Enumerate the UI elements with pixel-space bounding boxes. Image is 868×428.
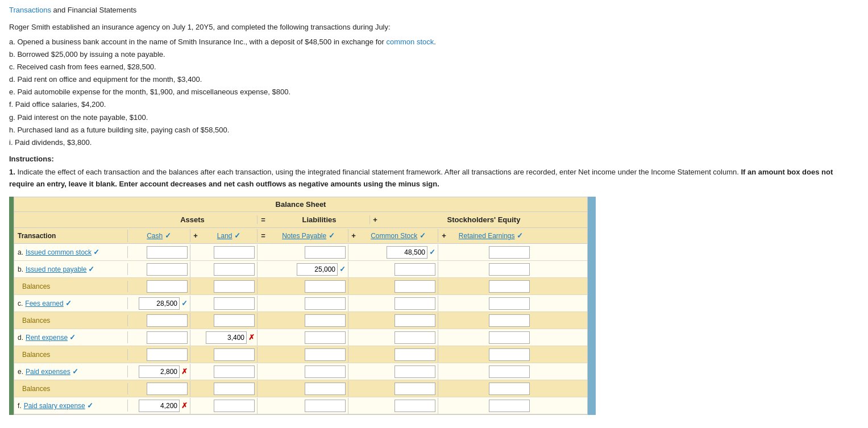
input-bal-d-land[interactable] — [214, 348, 255, 361]
cell-c-retained — [450, 296, 532, 311]
cell-c-stock — [359, 296, 438, 311]
input-f-stock[interactable] — [394, 400, 435, 412]
input-bal-c-land[interactable] — [214, 314, 255, 327]
input-f-cash[interactable] — [139, 400, 180, 412]
input-bal-c-retained[interactable] — [489, 314, 530, 327]
input-b-retained[interactable] — [489, 263, 530, 276]
cell-e-retained — [450, 364, 532, 380]
input-bal-e-notes[interactable] — [305, 383, 346, 395]
input-c-stock[interactable] — [394, 297, 435, 310]
cell-d-cash — [128, 330, 190, 346]
input-d-retained[interactable] — [489, 331, 530, 344]
input-bal-c-notes[interactable] — [305, 314, 346, 327]
cell-c-land — [201, 296, 258, 311]
cell-b-notes: ✓ — [269, 261, 348, 277]
transaction-b-label: b. Issued note payable ✓ — [14, 263, 128, 275]
input-f-land[interactable] — [214, 400, 255, 412]
input-bal-c-cash[interactable] — [147, 314, 188, 327]
input-c-notes[interactable] — [305, 297, 346, 310]
paid-expenses-link[interactable]: Paid expenses — [26, 368, 70, 376]
input-e-cash[interactable] — [139, 365, 180, 378]
cell-bal-b-land — [201, 279, 258, 294]
input-bal-e-retained[interactable] — [489, 383, 530, 395]
input-d-notes[interactable] — [305, 331, 346, 344]
input-d-cash[interactable] — [147, 331, 188, 344]
input-c-land[interactable] — [214, 297, 255, 310]
cell-c-notes — [269, 296, 348, 311]
input-a-land[interactable] — [214, 246, 255, 259]
input-bal-c-stock[interactable] — [394, 314, 435, 327]
equals-sign-1: = — [258, 215, 269, 224]
cell-d-retained — [450, 330, 532, 346]
input-c-retained[interactable] — [489, 297, 530, 310]
input-b-cash[interactable] — [147, 263, 188, 276]
input-e-notes[interactable] — [305, 365, 346, 378]
input-d-stock[interactable] — [394, 331, 435, 344]
input-bal-b-cash[interactable] — [147, 280, 188, 293]
cell-b-stock — [359, 261, 438, 277]
input-bal-b-notes[interactable] — [305, 280, 346, 293]
cell-bal-c-retained — [450, 313, 532, 329]
input-bal-d-stock[interactable] — [394, 348, 435, 361]
rent-expense-link[interactable]: Rent expense — [26, 334, 68, 342]
cell-bal-b-retained — [450, 279, 532, 294]
cell-bal-d-notes — [269, 347, 348, 363]
cash-header-link[interactable]: Cash — [147, 232, 163, 240]
cell-bal-e-notes — [269, 381, 348, 397]
retained-header-link[interactable]: Retained Earnings — [459, 232, 515, 240]
input-a-notes[interactable] — [305, 246, 346, 259]
input-f-retained[interactable] — [489, 400, 530, 412]
cell-bal-e-land — [201, 381, 258, 397]
input-c-cash[interactable] — [139, 297, 180, 310]
cell-bal-c-stock — [359, 313, 438, 329]
notes-header-link[interactable]: Notes Payable — [282, 232, 326, 240]
input-bal-e-cash[interactable] — [147, 383, 188, 395]
balances-b-label: Balances — [14, 281, 128, 292]
transaction-d: d. Paid rent on office and equipment for… — [9, 73, 859, 86]
outer-table-wrapper: Balance Sheet Assets = Liabilities + Sto… — [9, 197, 859, 415]
input-bal-d-retained[interactable] — [489, 348, 530, 361]
cell-bal-e-stock — [359, 381, 438, 397]
issued-common-stock-link[interactable]: Issued common stock — [26, 248, 92, 256]
fees-earned-link[interactable]: Fees earned — [25, 300, 63, 308]
balance-sheet-table: Balance Sheet Assets = Liabilities + Sto… — [14, 197, 588, 415]
input-e-land[interactable] — [214, 365, 255, 378]
plus-sign-1: + — [370, 215, 380, 224]
input-bal-b-land[interactable] — [214, 280, 255, 293]
transaction-c-label: c. Fees earned ✓ — [14, 297, 128, 309]
transaction-e-label: e. Paid expenses ✓ — [14, 365, 128, 377]
cash-col-header: Cash ✓ — [128, 229, 190, 242]
issued-note-payable-link[interactable]: Issued note payable — [26, 265, 86, 273]
paid-salary-expense-link[interactable]: Paid salary expense — [24, 402, 85, 410]
input-b-land[interactable] — [214, 263, 255, 276]
input-bal-d-notes[interactable] — [305, 348, 346, 361]
input-b-stock[interactable] — [394, 263, 435, 276]
cell-b-land — [201, 261, 258, 277]
input-bal-e-land[interactable] — [214, 383, 255, 395]
cell-bal-d-cash — [128, 347, 190, 363]
transactions-link[interactable]: Transactions — [9, 6, 51, 14]
input-e-retained[interactable] — [489, 365, 530, 378]
f-cash-x: ✗ — [181, 401, 188, 410]
plus-3: + — [438, 231, 450, 240]
letter-e: e. — [18, 368, 23, 376]
input-a-stock[interactable] — [387, 246, 427, 259]
input-bal-b-stock[interactable] — [394, 280, 435, 293]
letter-f: f. — [18, 402, 22, 410]
input-a-retained[interactable] — [489, 246, 530, 259]
stock-header-link[interactable]: Common Stock — [371, 232, 417, 240]
right-accent-bar — [588, 197, 596, 415]
cell-d-stock — [359, 330, 438, 346]
cell-bal-d-land — [201, 347, 258, 363]
input-a-cash[interactable] — [147, 246, 188, 259]
land-header-link[interactable]: Land — [217, 232, 232, 240]
d-land-x: ✗ — [248, 333, 255, 342]
input-f-notes[interactable] — [305, 400, 346, 412]
input-e-stock[interactable] — [394, 365, 435, 378]
input-bal-b-retained[interactable] — [489, 280, 530, 293]
letter-d: d. — [18, 334, 23, 342]
input-b-notes[interactable] — [297, 263, 338, 276]
input-d-land[interactable] — [206, 331, 247, 344]
input-bal-e-stock[interactable] — [394, 383, 435, 395]
input-bal-d-cash[interactable] — [147, 348, 188, 361]
